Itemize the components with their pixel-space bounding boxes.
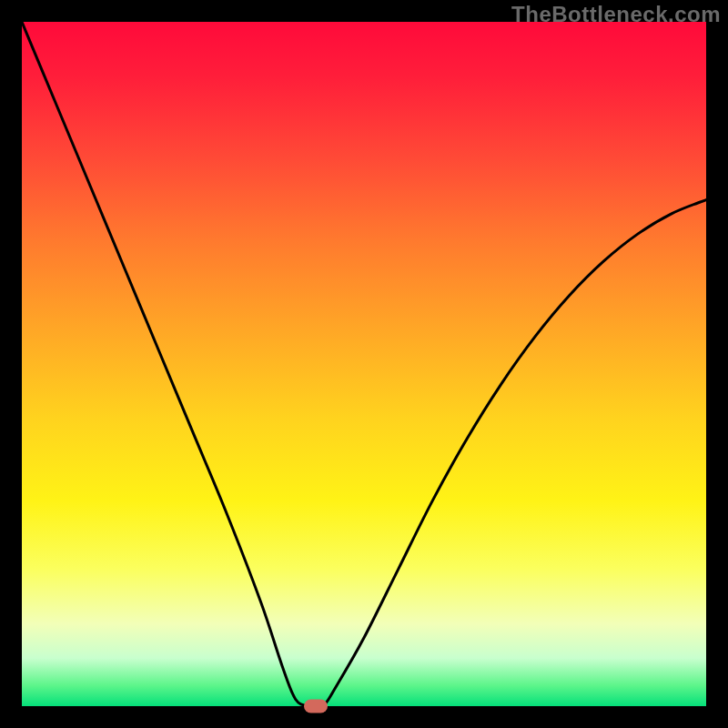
- chart-area: [22, 22, 706, 706]
- watermark-text: TheBottleneck.com: [511, 2, 721, 27]
- optimal-point-marker: [304, 700, 328, 713]
